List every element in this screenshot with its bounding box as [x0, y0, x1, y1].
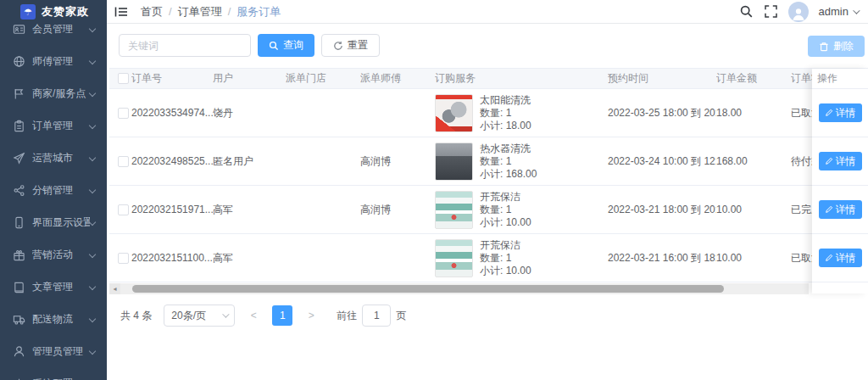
share-icon	[13, 184, 25, 197]
sidebar-item-label: 会员管理	[32, 22, 90, 36]
table-body: 2022033534974...饶丹太阳能清洗数量: 1小计: 18.00202…	[109, 89, 868, 282]
table-header-row: 订单号用户派单门店派单师傅订购服务预约时间订单金额订单状态	[109, 69, 868, 89]
page-number-1[interactable]: 1	[272, 305, 292, 326]
main-panel: 首页/订单管理/服务订单 admin	[107, 0, 868, 380]
goto-page-input[interactable]	[362, 305, 391, 327]
prev-page-button[interactable]: <	[243, 305, 264, 326]
page-unit-label: 页	[396, 309, 406, 323]
breadcrumb-separator: /	[228, 5, 231, 18]
scrollbar-thumb[interactable]	[132, 285, 724, 293]
column-header: 订购服务	[435, 71, 608, 86]
service-name: 热水器清洗	[480, 142, 537, 155]
sidebar-item[interactable]: 订单管理	[0, 109, 107, 142]
sidebar-item[interactable]: 界面显示设置	[0, 206, 107, 238]
flag-icon	[13, 87, 25, 100]
sidebar-item[interactable]: 运营城市	[0, 142, 107, 174]
next-page-button[interactable]: >	[301, 305, 321, 326]
goto-label: 前往	[337, 309, 357, 323]
orders-table: 订单号用户派单门店派单师傅订购服务预约时间订单金额订单状态 2022033534…	[109, 68, 868, 294]
select-all-checkbox[interactable]	[118, 73, 129, 84]
chevron-down-icon	[89, 25, 96, 32]
sidebar-item-label: 订单管理	[32, 119, 90, 133]
booking-time: 2022-03-21 16:00 到 18:00	[608, 251, 716, 265]
sidebar-item[interactable]: 文章管理	[0, 271, 107, 303]
master-cell: 高润博	[360, 154, 435, 169]
service-name: 开荒保洁	[480, 239, 531, 252]
row-checkbox[interactable]	[118, 156, 129, 167]
service-qty: 数量: 1	[480, 155, 537, 168]
detail-button[interactable]: 详情	[819, 152, 862, 170]
service-cell: 热水器清洗数量: 1小计: 168.00	[435, 142, 608, 181]
edit-icon	[825, 254, 833, 262]
order-number: 2022032498525...	[131, 155, 213, 167]
sidebar-item[interactable]: 营销活动	[0, 238, 107, 271]
table-row: 2022032498525...匿名用户高润博热水器清洗数量: 1小计: 168…	[109, 137, 868, 186]
row-checkbox-cell	[109, 253, 131, 264]
search-input[interactable]	[119, 34, 251, 57]
column-header: 派单门店	[286, 71, 360, 86]
sidebar-item-label: 师傅管理	[32, 54, 90, 69]
chevron-down-icon	[89, 154, 96, 161]
service-subtotal: 小计: 10.00	[480, 216, 531, 229]
row-checkbox[interactable]	[118, 204, 129, 215]
order-amount: 10.00	[716, 204, 791, 215]
pagination: 共 4 条 20条/页 < 1 > 前往 页	[109, 294, 868, 327]
chevron-down-icon	[853, 7, 860, 14]
action-column-header: 操作	[812, 69, 868, 89]
idcard-icon	[13, 23, 25, 36]
action-cell: 详情	[812, 137, 868, 186]
sidebar-item[interactable]: 配送物流	[0, 303, 107, 335]
chevron-down-icon	[89, 58, 96, 64]
sidebar-item-label: 管理员管理	[32, 344, 90, 359]
table-row: 2022033534974...饶丹太阳能清洗数量: 1小计: 18.00202…	[109, 89, 868, 137]
sidebar-item-label: 运营城市	[32, 151, 90, 165]
detail-button[interactable]: 详情	[819, 103, 862, 122]
delete-button[interactable]: 删除	[808, 36, 865, 57]
column-header: 派单师傅	[360, 71, 435, 86]
horizontal-scrollbar: ◂	[109, 283, 809, 294]
order-number: 2022032151100...	[131, 252, 213, 264]
paper-plane-icon	[13, 152, 25, 165]
edit-icon	[825, 157, 833, 165]
reset-button[interactable]: 重置	[321, 34, 380, 57]
breadcrumb-item: 服务订单	[236, 4, 281, 20]
page-size-select[interactable]: 20条/页	[164, 305, 235, 327]
avatar[interactable]	[788, 2, 809, 22]
search-icon[interactable]	[739, 4, 754, 19]
action-cell: 详情	[812, 89, 868, 137]
chevron-down-icon	[223, 310, 230, 317]
user-icon	[13, 345, 25, 358]
breadcrumb: 首页/订单管理/服务订单	[141, 4, 281, 20]
service-thumbnail	[435, 142, 473, 181]
sidebar-item[interactable]: 管理员管理	[0, 335, 107, 367]
breadcrumb-item[interactable]: 订单管理	[178, 4, 222, 20]
service-name: 开荒保洁	[480, 191, 531, 204]
sidebar-item[interactable]: 系统配置	[0, 367, 107, 380]
row-checkbox[interactable]	[118, 253, 129, 264]
booking-time: 2022-03-24 10:00 到 12:00	[608, 154, 716, 169]
detail-button[interactable]: 详情	[819, 249, 862, 267]
service-subtotal: 小计: 10.00	[480, 265, 531, 277]
sidebar-item-label: 文章管理	[32, 280, 90, 294]
chevron-down-icon	[89, 187, 96, 193]
scroll-left-button[interactable]: ◂	[109, 283, 120, 294]
fullscreen-icon[interactable]	[764, 4, 778, 19]
collapse-menu-icon[interactable]	[114, 4, 129, 20]
order-amount: 168.00	[716, 155, 791, 167]
order-number: 2022032151971...	[131, 204, 213, 215]
topbar: 首页/订单管理/服务订单 admin	[107, 0, 868, 24]
user-menu[interactable]: admin	[819, 5, 858, 18]
sidebar-item[interactable]: 师傅管理	[0, 45, 107, 77]
booking-time: 2022-03-21 18:00 到 20:00	[608, 203, 716, 217]
user-cell: 匿名用户	[213, 154, 286, 169]
detail-button[interactable]: 详情	[819, 200, 862, 219]
action-cell: 详情	[812, 234, 868, 282]
scrollbar-track[interactable]	[120, 283, 809, 294]
gift-icon	[13, 249, 25, 261]
breadcrumb-item[interactable]: 首页	[141, 4, 163, 20]
query-button[interactable]: 查询	[258, 34, 314, 57]
row-checkbox[interactable]	[118, 108, 129, 119]
sidebar-item[interactable]: 分销管理	[0, 174, 107, 206]
sidebar-item[interactable]: 商家/服务点	[0, 77, 107, 109]
trash-icon	[819, 42, 829, 52]
